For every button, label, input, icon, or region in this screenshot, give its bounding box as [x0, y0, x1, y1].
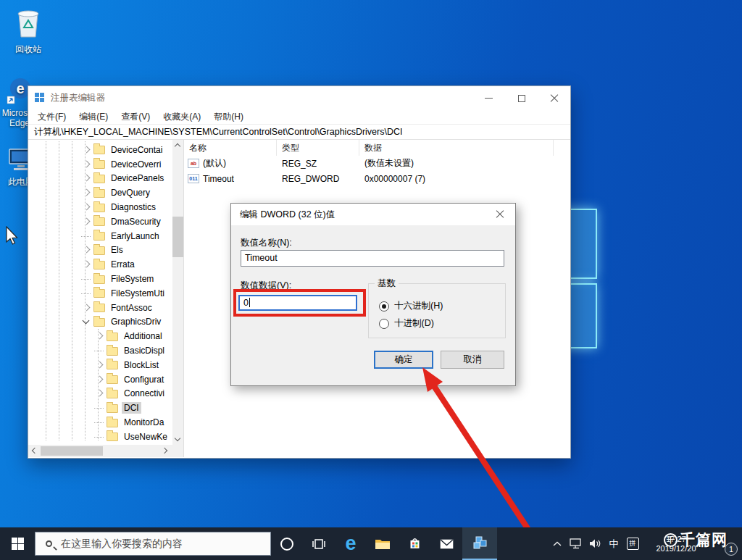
taskbar-search-input[interactable]: 在这里输入你要搜索的内容 — [35, 532, 271, 556]
tree-leaf-stub — [93, 417, 105, 428]
chevron-right-icon[interactable] — [80, 172, 92, 184]
tree-item-selected[interactable]: DCI — [28, 401, 172, 415]
minimize-button[interactable] — [472, 86, 505, 110]
ime-language-button[interactable]: 中 — [604, 527, 623, 560]
value-name-input[interactable]: Timeout — [241, 250, 504, 267]
horizontal-scrollbar[interactable] — [28, 445, 184, 457]
tree-item[interactable]: FontAssoc — [28, 301, 172, 315]
scroll-right-icon[interactable] — [162, 448, 167, 454]
tree-item[interactable]: Connectivi — [28, 387, 172, 401]
tree-item[interactable]: Diagnostics — [28, 200, 172, 214]
maximize-button[interactable] — [505, 86, 538, 110]
chevron-right-icon[interactable] — [80, 201, 92, 213]
tree-item[interactable]: DevicePanels — [28, 172, 172, 186]
chevron-down-icon[interactable] — [80, 316, 92, 327]
chevron-right-icon[interactable] — [93, 388, 105, 399]
mail-button[interactable] — [430, 527, 462, 560]
chevron-up-icon — [553, 541, 562, 547]
menu-favorites[interactable]: 收藏夹(A) — [157, 111, 207, 123]
scroll-down-icon[interactable] — [175, 435, 180, 441]
scroll-up-icon[interactable] — [175, 143, 180, 149]
scrollbar-thumb[interactable] — [172, 217, 183, 257]
menu-view[interactable]: 查看(V) — [114, 111, 157, 123]
menu-file[interactable]: 文件(F) — [31, 111, 72, 123]
chevron-right-icon[interactable] — [80, 244, 92, 256]
tree-item[interactable]: Els — [28, 243, 172, 258]
tray-expand-button[interactable] — [548, 527, 567, 560]
file-explorer-icon — [375, 538, 391, 550]
start-button[interactable] — [0, 527, 35, 560]
tree-item[interactable]: MonitorDa — [28, 415, 172, 430]
volume-button[interactable] — [585, 527, 604, 560]
store-button[interactable] — [399, 527, 430, 560]
folder-icon — [107, 404, 118, 413]
dialog-close-button[interactable] — [485, 204, 515, 225]
tree-item[interactable]: DmaSecurity — [28, 214, 172, 229]
tree-item[interactable]: GraphicsDriv — [28, 315, 172, 330]
chevron-right-icon[interactable] — [80, 302, 92, 314]
tree-item[interactable]: BasicDispl — [28, 343, 172, 358]
chevron-right-icon[interactable] — [80, 187, 92, 198]
radio-selected-icon[interactable] — [379, 301, 389, 312]
chevron-right-icon[interactable] — [93, 330, 105, 342]
watermark-text: 千篇网 — [680, 530, 728, 550]
scrollbar-thumb[interactable] — [41, 446, 103, 456]
tree-item[interactable]: EarlyLaunch — [28, 229, 172, 243]
chevron-right-icon[interactable] — [80, 159, 92, 170]
tree-item[interactable]: Errata — [28, 257, 172, 272]
cortana-button[interactable] — [271, 527, 303, 560]
folder-icon — [107, 361, 118, 369]
notification-badge[interactable]: 1 — [725, 543, 738, 556]
tree-item[interactable]: BlockList — [28, 358, 172, 372]
close-button[interactable] — [538, 86, 570, 110]
scroll-left-icon[interactable] — [32, 448, 38, 454]
registry-editor-taskbar-button[interactable] — [462, 527, 497, 560]
reg-dword-icon: 011 — [188, 174, 199, 183]
folder-icon — [93, 189, 105, 198]
chevron-right-icon[interactable] — [93, 374, 105, 385]
edge-taskbar-button[interactable]: e — [335, 527, 367, 560]
tree-item[interactable]: Configurat — [28, 372, 172, 387]
search-placeholder: 在这里输入你要搜索的内容 — [61, 538, 183, 551]
address-bar[interactable]: 计算机\HKEY_LOCAL_MACHINE\SYSTEM\CurrentCon… — [28, 124, 570, 140]
folder-icon — [93, 146, 105, 154]
file-explorer-button[interactable] — [367, 527, 399, 560]
ime-mode-button[interactable]: 拼 — [623, 527, 642, 560]
network-status-button[interactable] — [567, 527, 585, 560]
ok-button[interactable]: 确定 — [374, 351, 433, 369]
radio-hexadecimal[interactable]: 十六进制(H) — [379, 300, 443, 312]
vertical-scrollbar[interactable] — [172, 140, 183, 445]
task-view-button[interactable] — [303, 527, 335, 560]
value-row[interactable]: 011Timeout REG_DWORD 0x00000007 (7) — [184, 171, 570, 186]
chevron-right-icon[interactable] — [80, 144, 92, 156]
tree-item[interactable]: FileSystemUti — [28, 286, 172, 301]
folder-icon — [107, 390, 118, 398]
cancel-button[interactable]: 取消 — [441, 351, 504, 369]
title-bar[interactable]: 注册表编辑器 — [28, 86, 570, 110]
chevron-right-icon[interactable] — [93, 359, 105, 371]
value-row[interactable]: ab(默认) REG_SZ (数值未设置) — [184, 156, 570, 171]
column-header-type[interactable]: 类型 — [277, 140, 359, 156]
reg-sz-icon: ab — [188, 159, 199, 168]
chevron-right-icon[interactable] — [80, 259, 92, 270]
chevron-right-icon[interactable] — [80, 216, 92, 227]
folder-icon — [107, 333, 118, 341]
folder-icon — [107, 432, 118, 441]
tree-item[interactable]: DeviceOverri — [28, 157, 172, 172]
column-header-data[interactable]: 数据 — [359, 140, 554, 156]
tree-item[interactable]: DeviceContai — [28, 143, 172, 157]
menu-help[interactable]: 帮助(H) — [207, 111, 250, 123]
menu-edit[interactable]: 编辑(E) — [72, 111, 114, 123]
column-header-name[interactable]: 名称 — [184, 140, 277, 156]
dialog-title-bar[interactable]: 编辑 DWORD (32 位)值 — [231, 204, 515, 225]
radio-unselected-icon[interactable] — [379, 319, 389, 329]
radio-decimal[interactable]: 十进制(D) — [379, 317, 434, 330]
cortana-icon — [280, 537, 294, 551]
tree-item[interactable]: Additional — [28, 329, 172, 343]
registry-tree-pane: DeviceContai DeviceOverri DevicePanels D… — [28, 140, 184, 457]
tree-item[interactable]: UseNewKe — [28, 430, 172, 444]
taskbar: 在这里输入你要搜索的内容 e — [0, 527, 742, 560]
desktop-icon-recycle-bin[interactable]: 回收站 — [0, 6, 57, 54]
tree-item[interactable]: DevQuery — [28, 185, 172, 200]
tree-item[interactable]: FileSystem — [28, 272, 172, 286]
